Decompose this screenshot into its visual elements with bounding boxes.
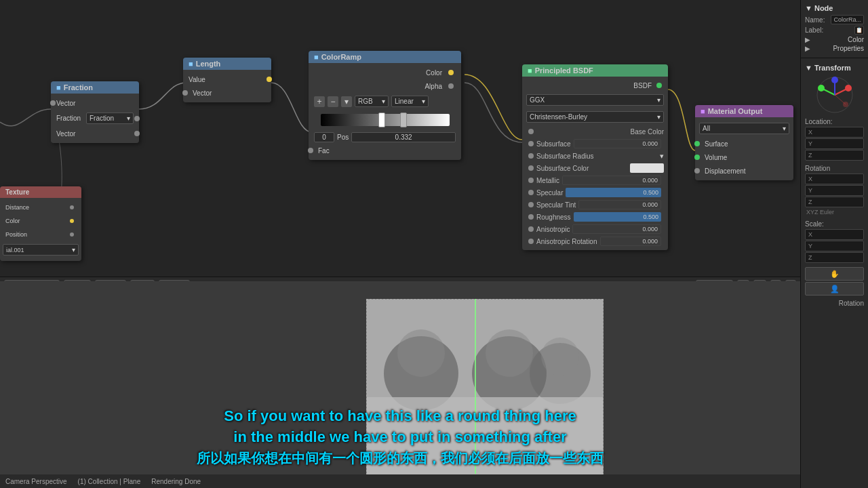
chevron-interp-icon: ▾: [422, 98, 425, 105]
transform-xyz-euler: XYZ Euler: [805, 208, 864, 216]
camera-status: Camera Perspective: [5, 478, 67, 485]
chevron-rgb-icon: ▾: [382, 98, 385, 105]
colorramp-index[interactable]: 0: [314, 132, 334, 142]
transform-title: ▼ Transform: [805, 64, 864, 72]
matoutput-all-row: All ▾: [695, 120, 793, 137]
node-texture[interactable]: Texture Distance Color Position ial.001 …: [0, 186, 81, 261]
colorramp-marker-2[interactable]: [400, 113, 407, 127]
principled-specular-socket: [528, 190, 534, 195]
principled-bsdf-out-row: BSDF: [522, 79, 668, 92]
principled-subsurface-socket: [528, 141, 534, 146]
rotation-label-bottom: Rotation: [805, 300, 864, 307]
collection-status: (1) Collection | Plane: [78, 478, 141, 485]
fraction-vector-out-label: Vector: [56, 130, 75, 138]
principled-roughness-value: 0.500: [643, 214, 658, 220]
viewport[interactable]: Camera Perspective (1) Collection | Plan…: [0, 281, 800, 488]
node-length[interactable]: ■ Length Value Vector: [183, 58, 271, 102]
principled-specular-field[interactable]: 0.500: [566, 188, 661, 197]
principled-bsdf-socket: [656, 83, 662, 88]
principled-anisotropic-field[interactable]: 0.000: [572, 224, 661, 234]
colorramp-alpha-row: Alpha: [309, 79, 461, 93]
transform-location-group: Location: X Y Z: [805, 118, 864, 161]
node-colorramp-title: ColorRamp: [321, 53, 361, 61]
transform-location-label: Location:: [805, 118, 864, 125]
node-colorramp[interactable]: ■ ColorRamp Color Alpha + − ▾ RGB ▾: [309, 51, 461, 160]
principled-metallic-field[interactable]: 0.000: [562, 176, 661, 185]
colorramp-gradient-container: [309, 110, 461, 130]
matoutput-volume-label: Volume: [705, 154, 727, 161]
colorramp-alpha-label: Alpha: [425, 83, 442, 90]
principled-anisotropic-rotation-socket: [528, 239, 534, 244]
transform-scale-z[interactable]: Z: [805, 252, 864, 263]
colorramp-interp-dropdown[interactable]: Linear ▾: [391, 96, 429, 107]
principled-specular-tint-field[interactable]: 0.000: [578, 200, 661, 209]
right-panel-color-label: Color: [848, 36, 864, 43]
transform-location-x[interactable]: X: [805, 127, 864, 138]
transform-location-y[interactable]: Y: [805, 138, 864, 149]
transform-rotation-y[interactable]: Y: [805, 185, 864, 196]
principled-subsurf-color-swatch[interactable]: [630, 163, 664, 173]
right-panel-name-value[interactable]: ColorRa...: [831, 15, 864, 24]
length-vector-row: Vector: [183, 86, 271, 100]
principled-distribution-dropdown[interactable]: GGX ▾: [526, 94, 664, 106]
principled-subsurface-field[interactable]: 0.000: [574, 139, 661, 148]
colorramp-marker-1[interactable]: [378, 113, 385, 127]
node-material-output[interactable]: ■ Material Output All ▾ Surface Volume D…: [695, 105, 793, 180]
matoutput-all-dropdown[interactable]: All ▾: [699, 123, 789, 134]
right-panel-color-toggle: ▶: [805, 36, 810, 43]
principled-roughness-field[interactable]: 0.500: [574, 212, 661, 222]
principled-method-dropdown[interactable]: Christensen-Burley ▾: [526, 111, 664, 123]
svg-point-25: [843, 102, 848, 107]
fraction-vector-label: Vector: [56, 100, 75, 107]
fraction-vector-out-socket: [134, 131, 140, 136]
transform-rotation-z[interactable]: Z: [805, 197, 864, 207]
texture-distance-row: Distance: [0, 201, 81, 214]
colorramp-fac-row: Fac: [309, 144, 461, 157]
transform-scale-x[interactable]: X: [805, 229, 864, 240]
colorramp-gradient[interactable]: [321, 114, 450, 126]
colorramp-remove-btn[interactable]: −: [328, 96, 338, 107]
principled-specular-tint-value: 0.000: [642, 201, 658, 208]
node-texture-body: Distance Color Position ial.001 ▾: [0, 198, 81, 261]
colorramp-color-row: Color: [309, 66, 461, 79]
fraction-dropdown[interactable]: Fraction ▾: [86, 113, 134, 124]
colorramp-pos-row: 0 Pos 0.332: [309, 130, 461, 144]
colorramp-controls: + − ▾ RGB ▾ Linear ▾: [309, 93, 461, 110]
principled-base-color-row: Base Color: [522, 125, 668, 138]
principled-roughness-row: Roughness 0.500: [522, 211, 668, 223]
person-tool-btn[interactable]: 👤: [805, 282, 864, 296]
transform-rotation-label: Rotation: [805, 165, 864, 172]
colorramp-pos-value[interactable]: 0.332: [351, 132, 456, 142]
hand-tool-btn[interactable]: ✋: [805, 267, 864, 281]
svg-point-19: [845, 85, 852, 92]
matoutput-displacement-socket: [694, 168, 700, 174]
principled-subsurf-color-row: Subsurface Color: [522, 162, 668, 174]
transform-rotation-x[interactable]: X: [805, 174, 864, 184]
node-fraction[interactable]: ■ Fraction Vector Fraction Fraction ▾ Ve…: [51, 81, 139, 143]
colorramp-fac-label: Fac: [318, 147, 330, 155]
texture-color-label: Color: [5, 218, 20, 224]
texture-color-row: Color: [0, 214, 81, 228]
colorramp-add-btn[interactable]: +: [314, 96, 325, 107]
node-principled[interactable]: ■ Principled BSDF BSDF GGX ▾ Christensen…: [522, 64, 668, 250]
colorramp-pos-label: Pos: [337, 134, 349, 141]
fraction-label: Fraction: [56, 115, 81, 122]
right-panel-properties-row: ▶ Properties: [805, 45, 864, 52]
node-editor[interactable]: ■ Fraction Vector Fraction Fraction ▾ Ve…: [0, 0, 800, 281]
transform-location-z[interactable]: Z: [805, 150, 864, 161]
colorramp-menu-btn[interactable]: ▾: [341, 96, 352, 107]
right-panel-label-label: Label:: [805, 26, 823, 34]
transform-scale-y[interactable]: Y: [805, 241, 864, 251]
principled-bsdf-label: BSDF: [633, 82, 652, 89]
length-vector-in-socket: [182, 90, 188, 96]
texture-distance-socket: [70, 205, 74, 209]
subtitle-english: So if you want to have this like a round…: [0, 406, 800, 448]
transform-scale-group: Scale: X Y Z: [805, 220, 864, 263]
principled-metallic-value: 0.000: [642, 177, 658, 184]
colorramp-rgb-dropdown[interactable]: RGB ▾: [355, 96, 389, 107]
svg-point-23: [831, 77, 838, 83]
right-panel-label-field[interactable]: 📋: [854, 26, 864, 35]
texture-material-dropdown[interactable]: ial.001 ▾: [3, 244, 79, 256]
principled-anisotropic-rotation-field[interactable]: 0.000: [600, 237, 662, 246]
node-section-label: Node: [814, 4, 833, 12]
